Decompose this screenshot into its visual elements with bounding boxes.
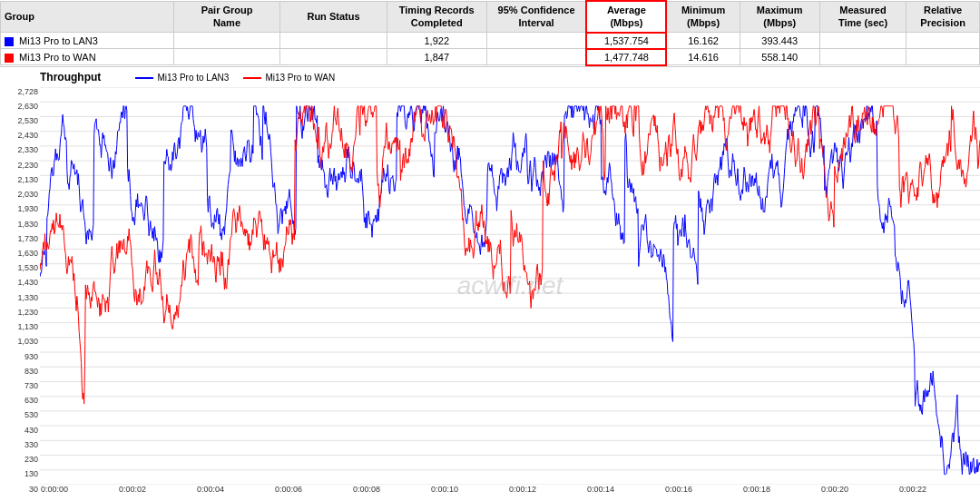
col-header-max: Maximum(Mbps)	[740, 1, 819, 33]
x-axis-label: 0:00:12	[508, 485, 586, 494]
row-icon	[5, 54, 14, 63]
cell-rel	[906, 49, 980, 65]
x-axis-label: 0:00:22	[898, 485, 976, 494]
cell-avg: 1,477.748	[586, 49, 666, 65]
col-header-timing: Timing RecordsCompleted	[387, 1, 486, 33]
legend-red-label: Mi13 Pro to WAN	[265, 73, 335, 83]
cell-conf	[486, 33, 586, 49]
y-axis-label: 1,630	[17, 249, 38, 258]
y-axis-label: 1,130	[17, 322, 38, 331]
cell-group: Mi13 Pro to WAN	[1, 49, 174, 65]
cell-rel	[906, 33, 980, 49]
x-axis-label: 0:00:16	[664, 485, 742, 494]
row-icon	[5, 37, 14, 46]
y-axis-label: 930	[24, 352, 38, 361]
cell-timing: 1,922	[387, 33, 486, 49]
y-axis-label: 1,230	[17, 308, 38, 317]
y-axis-label: 830	[24, 367, 38, 376]
results-table: Group Pair GroupName Run Status Timing R…	[0, 0, 980, 66]
x-axis-label: 0:00:20	[820, 485, 898, 494]
y-axis-label: 1,030	[17, 337, 38, 346]
chart-canvas	[40, 87, 980, 485]
y-axis-label: 130	[24, 469, 38, 478]
col-header-rel: RelativePrecision	[906, 1, 980, 33]
chart-legend: Throughput Mi13 Pro to LAN3 Mi13 Pro to …	[40, 71, 976, 85]
chart-title: Throughput	[40, 71, 101, 84]
x-axis-label: 0:00:04	[196, 485, 274, 494]
y-axis-label: 1,730	[17, 234, 38, 243]
y-axis-label: 430	[24, 426, 38, 435]
y-axis-label: 1,430	[17, 278, 38, 287]
col-header-avg: Average(Mbps)	[586, 1, 666, 33]
col-header-measured: MeasuredTime (sec)	[819, 1, 906, 33]
col-header-run: Run Status	[280, 1, 387, 33]
y-axis: 2,7282,6302,5302,4302,3302,2302,1302,030…	[4, 87, 40, 485]
y-axis-label: 530	[24, 410, 38, 419]
y-axis-label: 2,230	[17, 161, 38, 170]
x-axis-label: 0:00:10	[430, 485, 508, 494]
cell-max: 558.140	[740, 49, 819, 65]
x-axis-label: 0:00:08	[352, 485, 430, 494]
y-axis-label: 2,630	[17, 102, 38, 111]
legend-blue-label: Mi13 Pro to LAN3	[157, 73, 229, 83]
y-axis-label: 2,330	[17, 145, 38, 154]
y-axis-label: 1,830	[17, 220, 38, 229]
chart-container: 2,7282,6302,5302,4302,3302,2302,1302,030…	[4, 87, 976, 485]
y-axis-label: 330	[24, 440, 38, 449]
x-axis-label: 0:00:14	[586, 485, 664, 494]
x-axis-label: 0:00:18	[742, 485, 820, 494]
y-axis-label: 630	[24, 396, 38, 405]
table-row: Mi13 Pro to LAN3 1,922 1,537.754 16.162 …	[1, 33, 980, 49]
col-header-group: Group	[1, 1, 174, 33]
cell-measured	[819, 49, 906, 65]
cell-group: Mi13 Pro to LAN3	[1, 33, 174, 49]
y-axis-label: 2,430	[17, 131, 38, 140]
cell-min: 14.616	[666, 49, 740, 65]
y-axis-label: 730	[24, 381, 38, 390]
y-axis-label: 2,530	[17, 116, 38, 125]
legend-red-line	[243, 77, 261, 79]
cell-avg: 1,537.754	[586, 33, 666, 49]
cell-measured	[819, 33, 906, 49]
y-axis-label: 1,930	[17, 204, 38, 213]
cell-run	[280, 49, 387, 65]
y-axis-label: 2,130	[17, 175, 38, 184]
col-header-min: Minimum(Mbps)	[666, 1, 740, 33]
legend-blue-line	[135, 77, 153, 79]
x-axis-label: 0:00:00	[40, 485, 118, 494]
x-axis-label: 0:00:02	[118, 485, 196, 494]
legend-blue: Mi13 Pro to LAN3	[135, 71, 229, 85]
cell-pair	[173, 49, 279, 65]
data-table-section: Group Pair GroupName Run Status Timing R…	[0, 0, 980, 67]
y-axis-label: 2,728	[17, 87, 38, 96]
legend-red: Mi13 Pro to WAN	[243, 71, 335, 85]
x-axis: 0:00:000:00:020:00:040:00:060:00:080:00:…	[40, 485, 976, 494]
cell-max: 393.443	[740, 33, 819, 49]
cell-conf	[486, 49, 586, 65]
cell-run	[280, 33, 387, 49]
y-axis-label: 30	[29, 485, 38, 494]
table-row: Mi13 Pro to WAN 1,847 1,477.748 14.616 5…	[1, 49, 980, 65]
cell-timing: 1,847	[387, 49, 486, 65]
y-axis-label: 230	[24, 455, 38, 464]
chart-section: Throughput Mi13 Pro to LAN3 Mi13 Pro to …	[0, 67, 980, 494]
col-header-pair: Pair GroupName	[173, 1, 279, 33]
y-axis-label: 1,530	[17, 263, 38, 272]
cell-pair	[173, 33, 279, 49]
y-axis-label: 2,030	[17, 190, 38, 199]
cell-min: 16.162	[666, 33, 740, 49]
col-header-conf: 95% ConfidenceInterval	[486, 1, 586, 33]
x-axis-label: 0:00:06	[274, 485, 352, 494]
y-axis-label: 1,330	[17, 293, 38, 302]
